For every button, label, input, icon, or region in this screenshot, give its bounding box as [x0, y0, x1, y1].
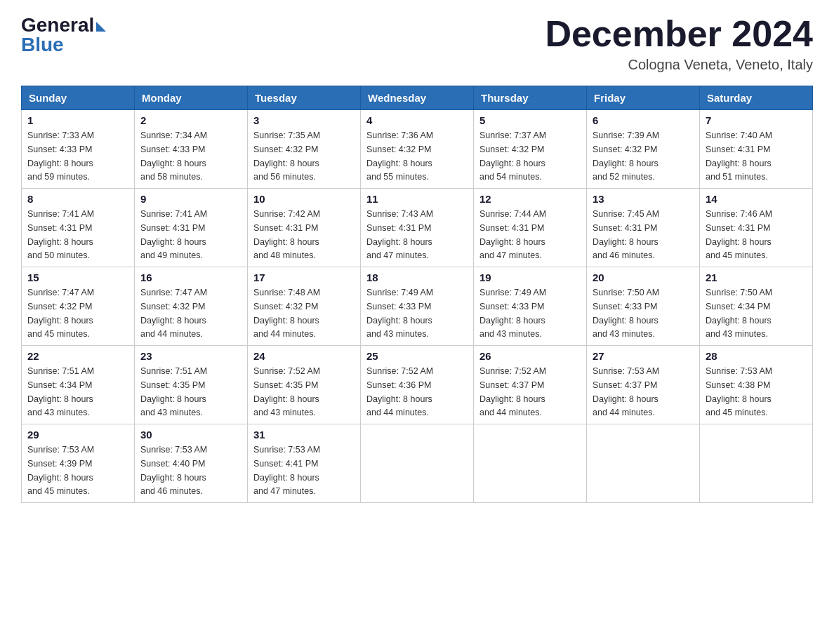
calendar-day-7: 7 Sunrise: 7:40 AMSunset: 4:31 PMDayligh… [700, 110, 813, 189]
calendar-table: SundayMondayTuesdayWednesdayThursdayFrid… [21, 86, 813, 503]
day-info: Sunrise: 7:53 AMSunset: 4:37 PMDaylight:… [593, 366, 659, 417]
title-block: December 2024 Cologna Veneta, Veneto, It… [545, 14, 813, 73]
day-number: 27 [593, 350, 694, 362]
day-info: Sunrise: 7:40 AMSunset: 4:31 PMDaylight:… [706, 130, 772, 182]
calendar-week-2: 8 Sunrise: 7:41 AMSunset: 4:31 PMDayligh… [22, 189, 813, 267]
day-number: 5 [479, 114, 581, 126]
calendar-day-6: 6 Sunrise: 7:39 AMSunset: 4:32 PMDayligh… [587, 110, 700, 189]
day-info: Sunrise: 7:53 AMSunset: 4:38 PMDaylight:… [706, 366, 772, 417]
calendar-day-10: 10 Sunrise: 7:42 AMSunset: 4:31 PMDaylig… [248, 189, 361, 267]
day-number: 15 [27, 271, 128, 283]
day-info: Sunrise: 7:41 AMSunset: 4:31 PMDaylight:… [27, 209, 94, 260]
calendar-header-row: SundayMondayTuesdayWednesdayThursdayFrid… [22, 86, 813, 110]
day-number: 12 [479, 193, 581, 205]
calendar-header-thursday: Thursday [474, 86, 587, 110]
day-info: Sunrise: 7:51 AMSunset: 4:34 PMDaylight:… [27, 366, 94, 417]
day-info: Sunrise: 7:41 AMSunset: 4:31 PMDaylight:… [140, 209, 207, 260]
day-number: 28 [706, 350, 807, 362]
calendar-day-24: 24 Sunrise: 7:52 AMSunset: 4:35 PMDaylig… [248, 346, 361, 424]
day-number: 6 [593, 114, 694, 126]
day-number: 11 [366, 193, 468, 205]
empty-cell [700, 424, 813, 503]
day-info: Sunrise: 7:46 AMSunset: 4:31 PMDaylight:… [706, 209, 772, 260]
calendar-day-21: 21 Sunrise: 7:50 AMSunset: 4:34 PMDaylig… [700, 267, 813, 346]
empty-cell [361, 424, 474, 503]
logo: General Blue [21, 14, 106, 56]
empty-cell [587, 424, 700, 503]
day-info: Sunrise: 7:51 AMSunset: 4:35 PMDaylight:… [140, 366, 207, 417]
day-number: 7 [706, 114, 807, 126]
day-number: 8 [27, 193, 128, 205]
day-number: 31 [253, 429, 355, 441]
day-info: Sunrise: 7:36 AMSunset: 4:32 PMDaylight:… [366, 130, 433, 182]
calendar-day-12: 12 Sunrise: 7:44 AMSunset: 4:31 PMDaylig… [474, 189, 587, 267]
day-number: 24 [253, 350, 355, 362]
day-number: 22 [27, 350, 128, 362]
calendar-day-16: 16 Sunrise: 7:47 AMSunset: 4:32 PMDaylig… [135, 267, 248, 346]
day-info: Sunrise: 7:33 AMSunset: 4:33 PMDaylight:… [27, 130, 94, 182]
day-number: 17 [253, 271, 355, 283]
calendar-day-15: 15 Sunrise: 7:47 AMSunset: 4:32 PMDaylig… [22, 267, 135, 346]
day-number: 2 [140, 114, 241, 126]
day-info: Sunrise: 7:34 AMSunset: 4:33 PMDaylight:… [140, 130, 207, 182]
day-info: Sunrise: 7:48 AMSunset: 4:32 PMDaylight:… [253, 288, 320, 339]
calendar-week-5: 29 Sunrise: 7:53 AMSunset: 4:39 PMDaylig… [22, 424, 813, 503]
day-info: Sunrise: 7:52 AMSunset: 4:35 PMDaylight:… [253, 366, 320, 417]
day-info: Sunrise: 7:50 AMSunset: 4:34 PMDaylight:… [706, 288, 772, 339]
calendar-day-14: 14 Sunrise: 7:46 AMSunset: 4:31 PMDaylig… [700, 189, 813, 267]
day-info: Sunrise: 7:50 AMSunset: 4:33 PMDaylight:… [593, 288, 659, 339]
page-header: General Blue December 2024 Cologna Venet… [21, 14, 813, 73]
calendar-day-11: 11 Sunrise: 7:43 AMSunset: 4:31 PMDaylig… [361, 189, 474, 267]
calendar-day-19: 19 Sunrise: 7:49 AMSunset: 4:33 PMDaylig… [474, 267, 587, 346]
calendar-week-4: 22 Sunrise: 7:51 AMSunset: 4:34 PMDaylig… [22, 346, 813, 424]
day-number: 14 [706, 193, 807, 205]
day-number: 20 [593, 271, 694, 283]
day-info: Sunrise: 7:43 AMSunset: 4:31 PMDaylight:… [366, 209, 433, 260]
day-number: 3 [253, 114, 355, 126]
day-number: 16 [140, 271, 241, 283]
calendar-day-18: 18 Sunrise: 7:49 AMSunset: 4:33 PMDaylig… [361, 267, 474, 346]
calendar-day-20: 20 Sunrise: 7:50 AMSunset: 4:33 PMDaylig… [587, 267, 700, 346]
calendar-day-9: 9 Sunrise: 7:41 AMSunset: 4:31 PMDayligh… [135, 189, 248, 267]
day-number: 21 [706, 271, 807, 283]
day-number: 19 [479, 271, 581, 283]
calendar-day-1: 1 Sunrise: 7:33 AMSunset: 4:33 PMDayligh… [22, 110, 135, 189]
day-number: 4 [366, 114, 468, 126]
calendar-day-29: 29 Sunrise: 7:53 AMSunset: 4:39 PMDaylig… [22, 424, 135, 503]
day-number: 9 [140, 193, 241, 205]
location-text: Cologna Veneta, Veneto, Italy [545, 57, 813, 73]
calendar-day-31: 31 Sunrise: 7:53 AMSunset: 4:41 PMDaylig… [248, 424, 361, 503]
day-info: Sunrise: 7:53 AMSunset: 4:40 PMDaylight:… [140, 445, 207, 496]
calendar-header-wednesday: Wednesday [361, 86, 474, 110]
month-title: December 2024 [545, 14, 813, 54]
day-info: Sunrise: 7:47 AMSunset: 4:32 PMDaylight:… [27, 288, 94, 339]
day-info: Sunrise: 7:42 AMSunset: 4:31 PMDaylight:… [253, 209, 320, 260]
calendar-day-17: 17 Sunrise: 7:48 AMSunset: 4:32 PMDaylig… [248, 267, 361, 346]
day-info: Sunrise: 7:47 AMSunset: 4:32 PMDaylight:… [140, 288, 207, 339]
calendar-day-23: 23 Sunrise: 7:51 AMSunset: 4:35 PMDaylig… [135, 346, 248, 424]
logo-arrow-icon [96, 22, 106, 32]
day-number: 18 [366, 271, 468, 283]
calendar-week-1: 1 Sunrise: 7:33 AMSunset: 4:33 PMDayligh… [22, 110, 813, 189]
logo-blue-text: Blue [21, 34, 64, 56]
day-info: Sunrise: 7:45 AMSunset: 4:31 PMDaylight:… [593, 209, 659, 260]
calendar-day-25: 25 Sunrise: 7:52 AMSunset: 4:36 PMDaylig… [361, 346, 474, 424]
calendar-header-sunday: Sunday [22, 86, 135, 110]
calendar-day-30: 30 Sunrise: 7:53 AMSunset: 4:40 PMDaylig… [135, 424, 248, 503]
day-info: Sunrise: 7:44 AMSunset: 4:31 PMDaylight:… [479, 209, 546, 260]
day-number: 23 [140, 350, 241, 362]
day-info: Sunrise: 7:35 AMSunset: 4:32 PMDaylight:… [253, 130, 320, 182]
day-number: 29 [27, 429, 128, 441]
day-number: 25 [366, 350, 468, 362]
day-number: 1 [27, 114, 128, 126]
calendar-day-5: 5 Sunrise: 7:37 AMSunset: 4:32 PMDayligh… [474, 110, 587, 189]
day-info: Sunrise: 7:49 AMSunset: 4:33 PMDaylight:… [479, 288, 546, 339]
calendar-header-friday: Friday [587, 86, 700, 110]
day-info: Sunrise: 7:53 AMSunset: 4:39 PMDaylight:… [27, 445, 94, 496]
calendar-day-4: 4 Sunrise: 7:36 AMSunset: 4:32 PMDayligh… [361, 110, 474, 189]
calendar-day-27: 27 Sunrise: 7:53 AMSunset: 4:37 PMDaylig… [587, 346, 700, 424]
calendar-day-26: 26 Sunrise: 7:52 AMSunset: 4:37 PMDaylig… [474, 346, 587, 424]
day-number: 10 [253, 193, 355, 205]
calendar-day-2: 2 Sunrise: 7:34 AMSunset: 4:33 PMDayligh… [135, 110, 248, 189]
calendar-header-saturday: Saturday [700, 86, 813, 110]
